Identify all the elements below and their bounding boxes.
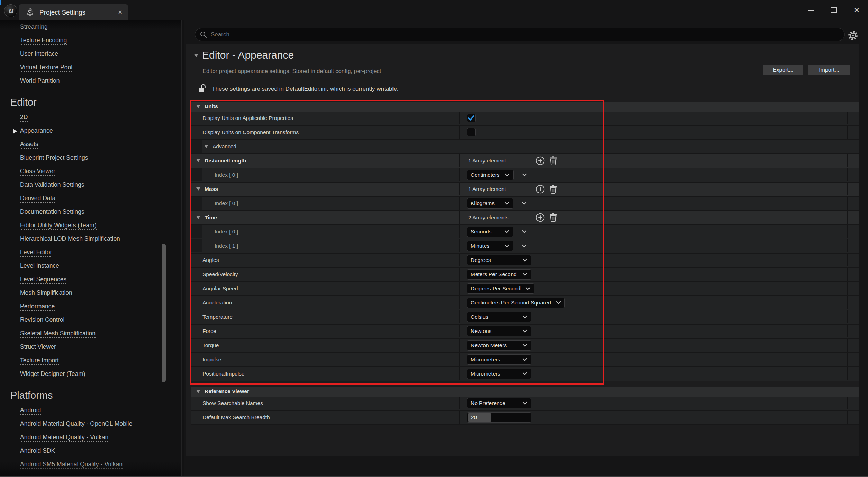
sidebar-item-level-editor[interactable]: Level Editor [0, 246, 184, 259]
sidebar-item-class-viewer[interactable]: Class Viewer [0, 165, 184, 178]
dropdown-minutes[interactable]: Minutes [467, 241, 513, 251]
sidebar-item-virtual-texture-pool[interactable]: Virtual Texture Pool [0, 61, 184, 74]
dropdown-centimeters-per-second-squared[interactable]: Centimeters Per Second Squared [467, 298, 565, 308]
delete-array-icon[interactable] [549, 184, 557, 194]
tab-close-icon[interactable]: ✕ [118, 9, 123, 16]
column-splitter[interactable] [847, 296, 848, 309]
sidebar-item-hierarchical-lod-mesh-simplification[interactable]: Hierarchical LOD Mesh Simplification [0, 232, 184, 246]
dropdown-micrometers[interactable]: Micrometers [467, 369, 531, 379]
column-splitter[interactable] [847, 353, 848, 366]
collapse-triangle-icon[interactable] [196, 105, 200, 108]
sidebar-item-texture-encoding[interactable]: Texture Encoding [0, 34, 184, 47]
collapse-triangle-icon[interactable] [196, 390, 200, 393]
sidebar-item-mesh-simplification[interactable]: Mesh Simplification [0, 286, 184, 300]
sidebar-item-assets[interactable]: Assets [0, 138, 184, 151]
sidebar-item-android-sdk[interactable]: Android SDK [0, 444, 184, 458]
sidebar-item-revision-control[interactable]: Revision Control [0, 313, 184, 327]
section-collapse-icon[interactable] [194, 54, 199, 57]
sidebar-item-struct-viewer[interactable]: Struct Viewer [0, 341, 184, 354]
checkbox-display-units-on-component-transforms[interactable] [467, 128, 476, 136]
sidebar-item-android[interactable]: Android [0, 404, 184, 417]
dropdown-meters-per-second[interactable]: Meters Per Second [467, 269, 531, 280]
collapse-triangle-icon[interactable] [196, 216, 200, 219]
add-array-element-icon[interactable] [535, 184, 545, 194]
row-units[interactable]: Units [191, 102, 859, 112]
column-splitter[interactable] [847, 310, 848, 323]
sidebar-item-level-sequences[interactable]: Level Sequences [0, 273, 184, 286]
tab-project-settings[interactable]: Project Settings ✕ [19, 4, 128, 20]
view-options-gear-icon[interactable] [848, 30, 858, 41]
close-button[interactable]: ✕ [845, 0, 868, 20]
sidebar-item-texture-import[interactable]: Texture Import [0, 354, 184, 368]
minimize-button[interactable] [799, 0, 822, 20]
column-splitter[interactable] [847, 411, 848, 424]
dropdown-centimeters[interactable]: Centimeters [467, 170, 514, 180]
sidebar-item-documentation-settings[interactable]: Documentation Settings [0, 205, 184, 219]
dropdown-celsius[interactable]: Celsius [467, 312, 531, 322]
checkbox-display-units-on-applicable-properties[interactable] [467, 114, 476, 122]
column-splitter[interactable] [847, 197, 848, 210]
sidebar-splitter[interactable] [181, 20, 182, 476]
element-options-chevron-icon[interactable] [522, 202, 527, 205]
dropdown-seconds[interactable]: Seconds [467, 227, 513, 237]
collapse-triangle-icon[interactable] [204, 145, 208, 148]
collapse-triangle-icon[interactable] [196, 159, 200, 162]
collapse-triangle-icon[interactable] [196, 187, 200, 191]
add-array-element-icon[interactable] [535, 213, 545, 222]
sidebar-item-world-partition[interactable]: World Partition [0, 74, 184, 88]
maximize-button[interactable] [822, 0, 845, 20]
column-splitter[interactable] [847, 339, 848, 352]
column-splitter[interactable] [847, 254, 848, 266]
row-reference-viewer[interactable]: Reference Viewer [191, 387, 859, 397]
sidebar-item-android-sm5-material-quality-vulkan[interactable]: Android SM5 Material Quality - Vulkan [0, 458, 184, 471]
sidebar-item-derived-data[interactable]: Derived Data [0, 192, 184, 205]
column-splitter[interactable] [847, 225, 848, 238]
search-bar[interactable] [195, 28, 845, 41]
column-splitter[interactable] [847, 367, 848, 380]
row-time[interactable]: Time2 Array elements [191, 211, 859, 225]
dropdown-newton-meters[interactable]: Newton Meters [467, 340, 531, 351]
import-button[interactable]: Import... [808, 65, 850, 75]
sidebar-item-editor-utility-widgets-team[interactable]: Editor Utility Widgets (Team) [0, 219, 184, 232]
element-options-chevron-icon[interactable] [522, 230, 527, 233]
search-input[interactable] [210, 31, 796, 38]
column-splitter[interactable] [847, 239, 848, 252]
column-splitter[interactable] [847, 183, 848, 195]
sidebar-item-widget-designer-team[interactable]: Widget Designer (Team) [0, 368, 184, 381]
delete-array-icon[interactable] [549, 213, 557, 222]
expander-arrow-icon[interactable] [13, 129, 17, 134]
export-button[interactable]: Export... [763, 65, 803, 75]
dropdown-no-preference[interactable]: No Preference [467, 398, 531, 408]
row-mass[interactable]: Mass1 Array element [191, 183, 859, 197]
sidebar-item-user-interface[interactable]: User Interface [0, 47, 184, 61]
column-splitter[interactable] [847, 325, 848, 337]
column-splitter[interactable] [847, 168, 848, 181]
sidebar-item-android-material-quality-opengl-mobile[interactable]: Android Material Quality - OpenGL Mobile [0, 417, 184, 431]
element-options-chevron-icon[interactable] [522, 173, 527, 177]
column-splitter[interactable] [847, 282, 848, 295]
dropdown-newtons[interactable]: Newtons [467, 326, 531, 336]
row-advanced[interactable]: Advanced [191, 140, 859, 154]
numeric-input-default-max-search-breadth[interactable]: 20 [467, 412, 531, 423]
dropdown-kilograms[interactable]: Kilograms [467, 198, 513, 209]
column-splitter[interactable] [847, 397, 848, 409]
column-splitter[interactable] [847, 211, 848, 224]
sidebar-item-blueprint-project-settings[interactable]: Blueprint Project Settings [0, 151, 184, 165]
sidebar-item-level-instance[interactable]: Level Instance [0, 259, 184, 273]
sidebar-item-data-validation-settings[interactable]: Data Validation Settings [0, 178, 184, 192]
element-options-chevron-icon[interactable] [522, 244, 527, 248]
row-distance-length[interactable]: Distance/Length1 Array element [191, 154, 859, 168]
sidebar-item-streaming[interactable]: Streaming [0, 20, 184, 34]
column-splitter[interactable] [847, 268, 848, 281]
sidebar-scrollbar-thumb[interactable] [162, 244, 166, 382]
sidebar-item-2d[interactable]: 2D [0, 111, 184, 124]
dropdown-degrees-per-second[interactable]: Degrees Per Second [467, 283, 534, 294]
sidebar-item-android-material-quality-vulkan[interactable]: Android Material Quality - Vulkan [0, 431, 184, 444]
sidebar-item-performance[interactable]: Performance [0, 300, 184, 313]
column-splitter[interactable] [847, 126, 848, 139]
sidebar-item-appearance[interactable]: Appearance [0, 124, 184, 138]
delete-array-icon[interactable] [549, 156, 557, 165]
sidebar-item-skeletal-mesh-simplification[interactable]: Skeletal Mesh Simplification [0, 327, 184, 341]
column-splitter[interactable] [847, 112, 848, 124]
add-array-element-icon[interactable] [535, 156, 545, 166]
